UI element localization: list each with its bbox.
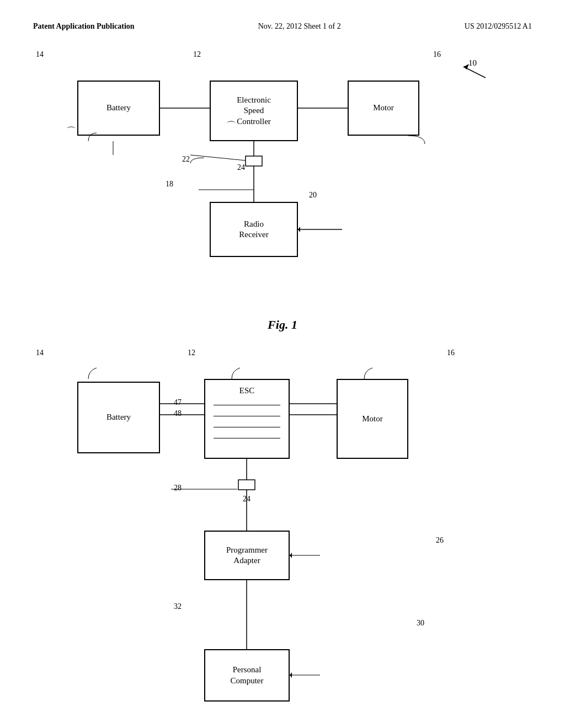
fig2-programmer-label: Programmer Adapter (226, 545, 268, 566)
fig2-ref12: 12 (188, 349, 195, 357)
svg-line-0 (463, 67, 486, 78)
header-patent: US 2012/0295512 A1 (465, 22, 532, 31)
fig1-caption: Fig. 1 (33, 318, 532, 332)
fig2-battery-label: Battery (106, 412, 131, 423)
fig2-ref48: 48 (174, 409, 182, 418)
fig1-battery-label: Battery (106, 103, 131, 114)
fig1-radio-box: Radio Receiver (210, 202, 298, 257)
header-date: Nov. 22, 2012 Sheet 1 of 2 (258, 22, 341, 31)
fig2-pc-label: Personal Computer (231, 665, 264, 686)
fig1-motor-label: Motor (373, 103, 394, 114)
fig1-container: 10 14 12 Battery Electronic Speed Contro… (33, 47, 532, 312)
fig1-ref18: 18 (166, 180, 173, 189)
fig2-esc-box: ESC (204, 379, 290, 459)
svg-marker-10 (298, 227, 300, 232)
fig1-ref20: 20 (309, 191, 317, 200)
fig2-ref16: 16 (447, 349, 455, 357)
fig1-esc-box: Electronic Speed Controller (210, 81, 298, 141)
fig2-ref26: 26 (436, 536, 444, 545)
fig1-esc-label: Electronic Speed Controller (237, 95, 271, 127)
svg-marker-21 (290, 553, 292, 558)
fig1-ref12: 12 (193, 50, 201, 59)
fig2-esc-label: ESC (239, 386, 255, 397)
fig2-pc-box: Personal Computer (204, 649, 290, 702)
fig2-programmer-box: Programmer Adapter (204, 531, 290, 580)
fig2-ref14: 14 (36, 349, 44, 357)
fig1-ref16: 16 (433, 50, 441, 59)
header: Patent Application Publication Nov. 22, … (33, 22, 532, 31)
svg-marker-22 (290, 672, 292, 678)
fig1-ref24: 24 (237, 163, 245, 172)
fig1-radio-label: Radio Receiver (239, 219, 268, 240)
fig2-motor-label: Motor (362, 414, 383, 425)
fig2-ref28: 28 (174, 484, 182, 493)
svg-rect-6 (246, 156, 262, 166)
fig2-ref47: 47 (174, 398, 182, 407)
fig1-battery-box: Battery (77, 81, 160, 136)
header-publication: Patent Application Publication (33, 22, 135, 31)
fig2-battery-box: Battery (77, 382, 160, 453)
fig1-ref22: 22 (182, 155, 190, 164)
svg-line-8 (190, 155, 246, 160)
fig2-ref30: 30 (417, 619, 424, 628)
svg-rect-17 (238, 480, 255, 490)
diagram-area: 10 14 12 Battery Electronic Speed Contro… (33, 47, 532, 728)
fig2-ref24: 24 (243, 495, 250, 504)
ref-10: 10 (468, 58, 477, 68)
fig2-motor-box: Motor (337, 379, 408, 459)
fig1-motor-box: Motor (348, 81, 419, 136)
fig2-container: 14 12 16 Battery ESC Motor Pro (33, 349, 532, 724)
page: Patent Application Publication Nov. 22, … (0, 0, 565, 728)
fig1-ref14: 14 (36, 50, 44, 59)
fig2-ref32: 32 (174, 602, 182, 611)
